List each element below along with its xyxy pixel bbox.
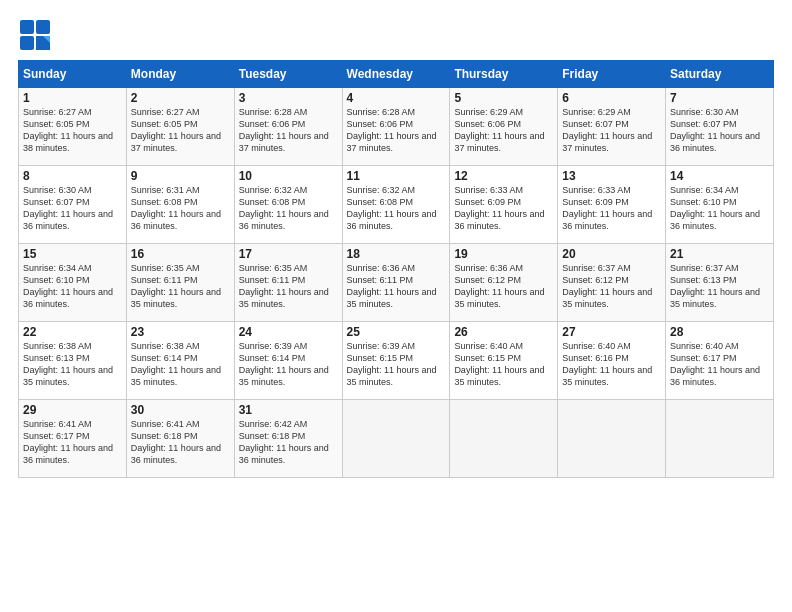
day-content: Sunrise: 6:38 AMSunset: 6:13 PMDaylight:… xyxy=(23,340,122,389)
day-number: 10 xyxy=(239,169,338,183)
weekday-header: Friday xyxy=(558,61,666,88)
day-number: 24 xyxy=(239,325,338,339)
calendar-cell: 31Sunrise: 6:42 AMSunset: 6:18 PMDayligh… xyxy=(234,400,342,478)
calendar-cell: 19Sunrise: 6:36 AMSunset: 6:12 PMDayligh… xyxy=(450,244,558,322)
day-number: 26 xyxy=(454,325,553,339)
day-content: Sunrise: 6:34 AMSunset: 6:10 PMDaylight:… xyxy=(23,262,122,311)
day-content: Sunrise: 6:34 AMSunset: 6:10 PMDaylight:… xyxy=(670,184,769,233)
calendar-cell: 10Sunrise: 6:32 AMSunset: 6:08 PMDayligh… xyxy=(234,166,342,244)
calendar-cell: 4Sunrise: 6:28 AMSunset: 6:06 PMDaylight… xyxy=(342,88,450,166)
day-number: 4 xyxy=(347,91,446,105)
calendar-week-row: 22Sunrise: 6:38 AMSunset: 6:13 PMDayligh… xyxy=(19,322,774,400)
svg-rect-1 xyxy=(36,20,50,34)
calendar-cell: 1Sunrise: 6:27 AMSunset: 6:05 PMDaylight… xyxy=(19,88,127,166)
day-number: 7 xyxy=(670,91,769,105)
calendar-cell xyxy=(666,400,774,478)
day-number: 13 xyxy=(562,169,661,183)
day-content: Sunrise: 6:30 AMSunset: 6:07 PMDaylight:… xyxy=(23,184,122,233)
calendar-cell: 7Sunrise: 6:30 AMSunset: 6:07 PMDaylight… xyxy=(666,88,774,166)
calendar-cell: 17Sunrise: 6:35 AMSunset: 6:11 PMDayligh… xyxy=(234,244,342,322)
day-number: 30 xyxy=(131,403,230,417)
calendar-cell: 8Sunrise: 6:30 AMSunset: 6:07 PMDaylight… xyxy=(19,166,127,244)
day-content: Sunrise: 6:28 AMSunset: 6:06 PMDaylight:… xyxy=(347,106,446,155)
calendar-cell: 13Sunrise: 6:33 AMSunset: 6:09 PMDayligh… xyxy=(558,166,666,244)
calendar-week-row: 8Sunrise: 6:30 AMSunset: 6:07 PMDaylight… xyxy=(19,166,774,244)
day-number: 9 xyxy=(131,169,230,183)
day-number: 19 xyxy=(454,247,553,261)
svg-rect-2 xyxy=(20,36,34,50)
day-number: 17 xyxy=(239,247,338,261)
calendar-cell: 14Sunrise: 6:34 AMSunset: 6:10 PMDayligh… xyxy=(666,166,774,244)
calendar-cell: 15Sunrise: 6:34 AMSunset: 6:10 PMDayligh… xyxy=(19,244,127,322)
day-content: Sunrise: 6:39 AMSunset: 6:15 PMDaylight:… xyxy=(347,340,446,389)
day-content: Sunrise: 6:27 AMSunset: 6:05 PMDaylight:… xyxy=(131,106,230,155)
day-number: 16 xyxy=(131,247,230,261)
day-number: 12 xyxy=(454,169,553,183)
day-content: Sunrise: 6:32 AMSunset: 6:08 PMDaylight:… xyxy=(239,184,338,233)
calendar-cell: 26Sunrise: 6:40 AMSunset: 6:15 PMDayligh… xyxy=(450,322,558,400)
calendar-cell: 30Sunrise: 6:41 AMSunset: 6:18 PMDayligh… xyxy=(126,400,234,478)
day-content: Sunrise: 6:28 AMSunset: 6:06 PMDaylight:… xyxy=(239,106,338,155)
logo xyxy=(18,18,56,52)
day-number: 5 xyxy=(454,91,553,105)
weekday-header: Wednesday xyxy=(342,61,450,88)
day-number: 1 xyxy=(23,91,122,105)
day-number: 14 xyxy=(670,169,769,183)
day-number: 8 xyxy=(23,169,122,183)
calendar-week-row: 29Sunrise: 6:41 AMSunset: 6:17 PMDayligh… xyxy=(19,400,774,478)
calendar-week-row: 1Sunrise: 6:27 AMSunset: 6:05 PMDaylight… xyxy=(19,88,774,166)
day-number: 25 xyxy=(347,325,446,339)
day-content: Sunrise: 6:37 AMSunset: 6:13 PMDaylight:… xyxy=(670,262,769,311)
day-number: 18 xyxy=(347,247,446,261)
day-content: Sunrise: 6:29 AMSunset: 6:06 PMDaylight:… xyxy=(454,106,553,155)
day-number: 29 xyxy=(23,403,122,417)
day-content: Sunrise: 6:35 AMSunset: 6:11 PMDaylight:… xyxy=(131,262,230,311)
day-number: 15 xyxy=(23,247,122,261)
calendar-table: SundayMondayTuesdayWednesdayThursdayFrid… xyxy=(18,60,774,478)
calendar-cell: 16Sunrise: 6:35 AMSunset: 6:11 PMDayligh… xyxy=(126,244,234,322)
calendar-week-row: 15Sunrise: 6:34 AMSunset: 6:10 PMDayligh… xyxy=(19,244,774,322)
calendar-cell: 2Sunrise: 6:27 AMSunset: 6:05 PMDaylight… xyxy=(126,88,234,166)
weekday-header: Saturday xyxy=(666,61,774,88)
svg-rect-0 xyxy=(20,20,34,34)
weekday-header: Monday xyxy=(126,61,234,88)
logo-icon xyxy=(18,18,52,52)
weekday-header: Sunday xyxy=(19,61,127,88)
calendar-cell: 22Sunrise: 6:38 AMSunset: 6:13 PMDayligh… xyxy=(19,322,127,400)
day-number: 23 xyxy=(131,325,230,339)
calendar-cell xyxy=(450,400,558,478)
day-content: Sunrise: 6:39 AMSunset: 6:14 PMDaylight:… xyxy=(239,340,338,389)
calendar-cell: 21Sunrise: 6:37 AMSunset: 6:13 PMDayligh… xyxy=(666,244,774,322)
calendar-cell: 23Sunrise: 6:38 AMSunset: 6:14 PMDayligh… xyxy=(126,322,234,400)
header xyxy=(18,18,774,52)
day-number: 3 xyxy=(239,91,338,105)
day-content: Sunrise: 6:42 AMSunset: 6:18 PMDaylight:… xyxy=(239,418,338,467)
calendar-cell: 5Sunrise: 6:29 AMSunset: 6:06 PMDaylight… xyxy=(450,88,558,166)
calendar-cell: 24Sunrise: 6:39 AMSunset: 6:14 PMDayligh… xyxy=(234,322,342,400)
day-content: Sunrise: 6:32 AMSunset: 6:08 PMDaylight:… xyxy=(347,184,446,233)
day-number: 22 xyxy=(23,325,122,339)
day-content: Sunrise: 6:41 AMSunset: 6:17 PMDaylight:… xyxy=(23,418,122,467)
day-content: Sunrise: 6:40 AMSunset: 6:17 PMDaylight:… xyxy=(670,340,769,389)
calendar-cell: 20Sunrise: 6:37 AMSunset: 6:12 PMDayligh… xyxy=(558,244,666,322)
calendar-cell: 27Sunrise: 6:40 AMSunset: 6:16 PMDayligh… xyxy=(558,322,666,400)
calendar-cell: 12Sunrise: 6:33 AMSunset: 6:09 PMDayligh… xyxy=(450,166,558,244)
day-content: Sunrise: 6:36 AMSunset: 6:11 PMDaylight:… xyxy=(347,262,446,311)
day-content: Sunrise: 6:33 AMSunset: 6:09 PMDaylight:… xyxy=(562,184,661,233)
day-content: Sunrise: 6:30 AMSunset: 6:07 PMDaylight:… xyxy=(670,106,769,155)
weekday-header: Thursday xyxy=(450,61,558,88)
day-number: 6 xyxy=(562,91,661,105)
weekday-header: Tuesday xyxy=(234,61,342,88)
day-number: 27 xyxy=(562,325,661,339)
calendar-cell: 3Sunrise: 6:28 AMSunset: 6:06 PMDaylight… xyxy=(234,88,342,166)
calendar-cell: 29Sunrise: 6:41 AMSunset: 6:17 PMDayligh… xyxy=(19,400,127,478)
day-content: Sunrise: 6:40 AMSunset: 6:16 PMDaylight:… xyxy=(562,340,661,389)
calendar-cell: 9Sunrise: 6:31 AMSunset: 6:08 PMDaylight… xyxy=(126,166,234,244)
day-content: Sunrise: 6:36 AMSunset: 6:12 PMDaylight:… xyxy=(454,262,553,311)
day-content: Sunrise: 6:38 AMSunset: 6:14 PMDaylight:… xyxy=(131,340,230,389)
calendar-cell xyxy=(558,400,666,478)
day-content: Sunrise: 6:41 AMSunset: 6:18 PMDaylight:… xyxy=(131,418,230,467)
calendar-cell: 28Sunrise: 6:40 AMSunset: 6:17 PMDayligh… xyxy=(666,322,774,400)
calendar-cell: 18Sunrise: 6:36 AMSunset: 6:11 PMDayligh… xyxy=(342,244,450,322)
day-content: Sunrise: 6:37 AMSunset: 6:12 PMDaylight:… xyxy=(562,262,661,311)
